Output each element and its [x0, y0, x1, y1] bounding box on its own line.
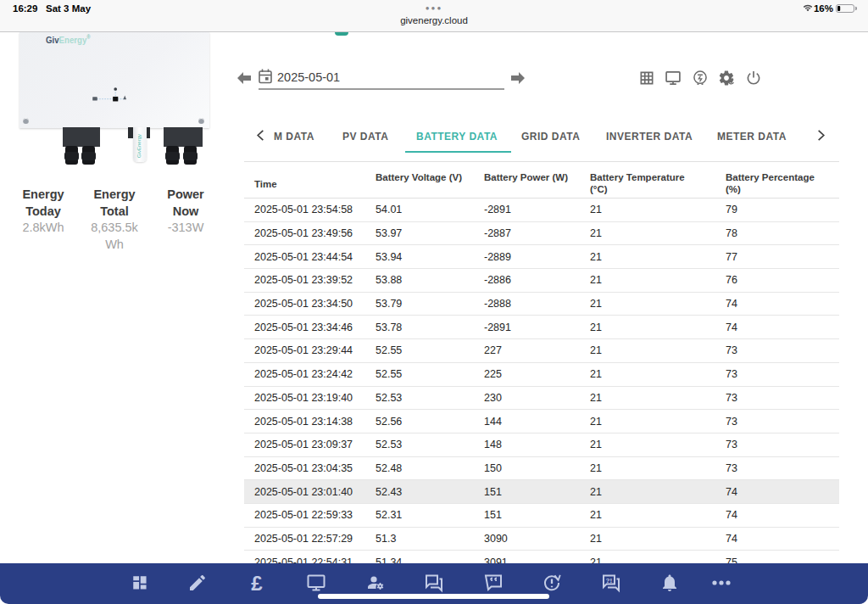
svg-text:?!: ?! [606, 577, 613, 584]
